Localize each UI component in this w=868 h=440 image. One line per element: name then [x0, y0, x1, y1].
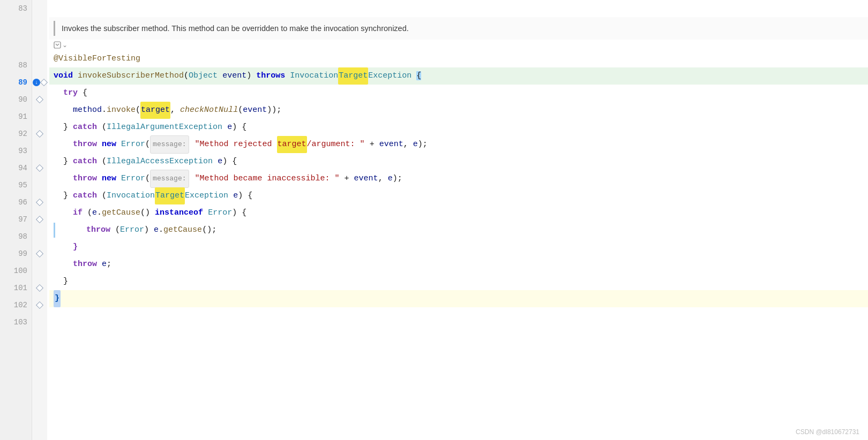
method-invoke-subscriber: invokeSubscriberMethod — [78, 67, 184, 85]
param-label-message-93: message: — [150, 135, 189, 154]
line-num-fold — [11, 40, 27, 57]
fold-diamond-90[interactable] — [36, 96, 43, 103]
indent-101 — [54, 273, 63, 290]
type-invocation-post: Exception — [368, 67, 411, 85]
type-invocation-pre: Invocation — [290, 67, 338, 85]
line-num-102: 102 — [11, 297, 27, 314]
gutter-102 — [32, 297, 47, 314]
param-e-92: e — [227, 119, 232, 136]
param-e-96: e — [233, 187, 238, 204]
type-error-97: Error — [208, 204, 232, 222]
fold-diamond-89[interactable] — [40, 79, 48, 86]
space-94 — [213, 153, 218, 170]
fold-diamond-99[interactable] — [36, 250, 43, 257]
line-num-91: 91 — [11, 108, 27, 125]
param-event-93: event — [379, 136, 403, 153]
paren-93: ( — [145, 136, 150, 153]
breakpoint-icon[interactable] — [33, 79, 40, 86]
comma1: , — [170, 102, 180, 119]
fold-diamond-101[interactable] — [36, 284, 43, 292]
brace-97: ) { — [232, 204, 246, 222]
space1 — [73, 67, 78, 85]
var-method: method — [73, 102, 102, 119]
fold-svg-icon — [54, 41, 61, 49]
code-line-90: try { — [49, 85, 868, 102]
line-num-93: 93 — [11, 142, 27, 160]
line-num-92: 92 — [11, 125, 27, 142]
paren-invoke: ( — [136, 102, 140, 119]
gutter-90 — [32, 91, 47, 108]
cast-98: ) — [144, 222, 154, 239]
indent-94 — [54, 153, 63, 170]
kw-new-93: new — [102, 136, 116, 153]
brace-close-92: } — [63, 119, 73, 136]
fold-icon-row: ⌄ — [49, 40, 868, 50]
code-line-96: } catch ( InvocationTargetException e ) … — [49, 187, 868, 204]
fold-diamond-94[interactable] — [36, 164, 43, 172]
fold-arrow-label: ⌄ — [62, 41, 68, 49]
code-line-91: method . invoke ( target , checkNotNull … — [49, 102, 868, 119]
param-e-94: e — [218, 153, 222, 170]
code-line-100: throw e ; — [49, 256, 868, 273]
watermark: CSDN @dl810672731 — [796, 428, 859, 436]
close-94: ) { — [222, 153, 237, 170]
gutter — [32, 0, 47, 440]
str-93a: "Method rejected — [195, 136, 277, 153]
doc-comment-text: Invokes the subscriber method. This meth… — [62, 24, 409, 33]
close-96: ) { — [238, 187, 252, 204]
kw-try: try — [63, 85, 78, 102]
str-93b: /argument: " — [307, 136, 365, 153]
close-93: , — [403, 136, 413, 153]
line-num-96: 96 — [11, 194, 27, 211]
param-target-91: target — [141, 105, 170, 115]
gutter-103 — [32, 314, 47, 331]
kw-new-95: new — [102, 170, 116, 187]
line-num-99: 99 — [11, 245, 27, 262]
brace-open-89: { — [411, 67, 421, 85]
str-95: "Method became inaccessible: " — [195, 170, 340, 187]
indent-99 — [54, 239, 73, 256]
gutter-94 — [32, 160, 47, 177]
space-95c — [190, 170, 195, 187]
code-line-89: void invokeSubscriberMethod ( Object eve… — [49, 67, 868, 85]
type-object: Object — [189, 67, 218, 85]
close2-93: ); — [418, 136, 428, 153]
space-95b — [116, 170, 121, 187]
line-num-103: 103 — [11, 314, 27, 331]
line-num-83: 83 — [11, 0, 27, 17]
line-num-101: 101 — [11, 279, 27, 297]
type-invocation-post-96: Exception — [185, 187, 228, 204]
comma-95: , — [378, 170, 388, 187]
gutter-99 — [32, 245, 47, 262]
type-error-cast-98: Error — [120, 222, 144, 239]
concat-95: + — [340, 170, 354, 187]
type-error-93: Error — [121, 136, 145, 153]
type-illegal-arg: IllegalArgumentException — [107, 119, 222, 136]
close-95: ); — [393, 170, 402, 187]
space-97c — [203, 204, 208, 222]
param-event-91: event — [243, 102, 267, 119]
line-num-90: 90 — [11, 91, 27, 108]
code-line-101: } — [49, 273, 868, 290]
semi-100: ; — [107, 256, 111, 273]
indent-95 — [54, 170, 73, 187]
type-target-highlighted: Target — [339, 71, 368, 80]
fold-diamond-97[interactable] — [36, 216, 43, 223]
param-event-95: event — [354, 170, 378, 187]
method-get-cause-98: getCause — [163, 222, 202, 239]
paren-check: ( — [238, 102, 243, 119]
code-line-93: throw new Error ( message: "Method rejec… — [49, 136, 868, 153]
fold-toggle[interactable]: ⌄ — [54, 41, 68, 49]
param-e-98: e — [154, 222, 159, 239]
code-line-99: } — [49, 239, 868, 256]
brace-try: { — [78, 85, 87, 102]
indent-93 — [54, 136, 73, 153]
brace-close-102: } — [54, 290, 61, 307]
gutter-91 — [32, 108, 47, 125]
gutter-89-breakpoint[interactable] — [32, 74, 47, 91]
close-98: (); — [202, 222, 216, 239]
fold-diamond-96[interactable] — [36, 199, 43, 206]
space-95a — [97, 170, 102, 187]
fold-diamond-102[interactable] — [36, 301, 43, 309]
fold-diamond-92[interactable] — [36, 130, 43, 138]
